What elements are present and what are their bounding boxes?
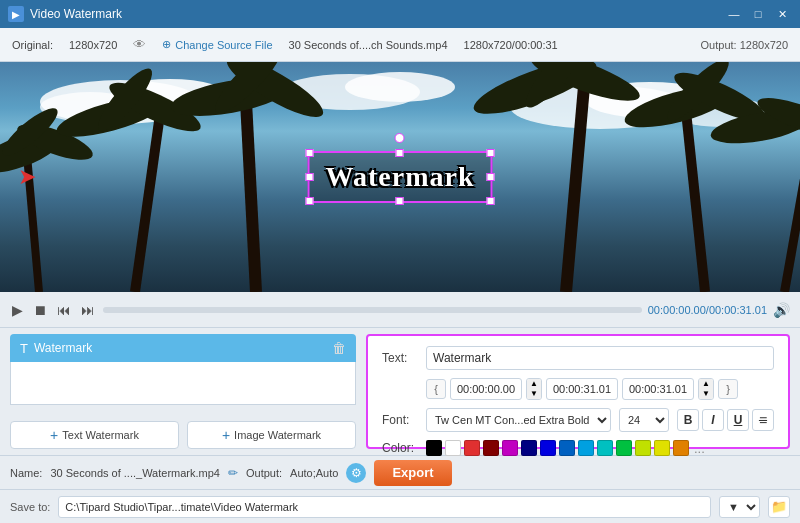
resize-handle-bl[interactable] [306, 197, 314, 205]
svg-point-22 [526, 62, 645, 110]
save-bar: Save to: ▼ 📁 [0, 489, 800, 523]
watermark-add-buttons: + Text Watermark + Image Watermark [10, 421, 356, 449]
watermark-list-title: Watermark [34, 341, 92, 355]
edit-name-icon[interactable]: ✏ [228, 466, 238, 480]
watermark-list-panel: T Watermark 🗑 + Text Watermark + Image W… [10, 334, 356, 449]
format-buttons: B I U ≡ [677, 409, 774, 431]
svg-point-2 [40, 92, 140, 122]
plus-icon2: + [222, 427, 230, 443]
bold-button[interactable]: B [677, 409, 699, 431]
prev-frame-button[interactable]: ⏮ [55, 300, 73, 320]
timeline-bar: ▶ ⏹ ⏮ ⏭ 00:00:00.00/00:00:31.01 🔊 [0, 292, 800, 328]
maximize-button[interactable]: □ [748, 6, 768, 22]
resize-handle-tc[interactable] [396, 149, 404, 157]
time-end-icon[interactable]: } [718, 379, 738, 399]
add-image-watermark-button[interactable]: + Image Watermark [187, 421, 356, 449]
settings-button[interactable]: ⚙ [346, 463, 366, 483]
svg-rect-12 [130, 113, 165, 292]
output-label: Output: [246, 467, 282, 479]
color-swatch-dark-red[interactable] [483, 440, 499, 456]
color-swatch-teal[interactable] [597, 440, 613, 456]
timeline-track[interactable] [103, 307, 642, 313]
time-start-input[interactable] [450, 378, 522, 400]
name-label: Name: [10, 467, 42, 479]
color-swatch-yellow-green[interactable] [635, 440, 651, 456]
svg-point-14 [104, 74, 206, 140]
eye-icon[interactable]: 👁 [133, 37, 146, 52]
italic-button[interactable]: I [702, 409, 724, 431]
svg-point-26 [669, 64, 771, 130]
svg-point-30 [754, 90, 800, 143]
watermark-element[interactable]: Watermark [308, 151, 493, 203]
text-row: Text: [382, 346, 774, 370]
output-info: Output: 1280x720 [701, 39, 788, 51]
color-swatch-white[interactable] [445, 440, 461, 456]
text-input[interactable] [426, 346, 774, 370]
save-path-input[interactable] [58, 496, 711, 518]
color-swatch-purple[interactable] [502, 440, 518, 456]
save-dropdown[interactable]: ▼ [719, 496, 760, 518]
time-start-down[interactable]: ▼ [527, 389, 541, 399]
title-bar-title: Video Watermark [30, 7, 718, 21]
left-arrow: ➤ [18, 164, 36, 190]
color-swatch-red[interactable] [464, 440, 480, 456]
volume-icon[interactable]: 🔊 [773, 302, 790, 318]
watermark-text: Watermark [326, 161, 475, 192]
svg-point-5 [510, 85, 690, 129]
delete-watermark-button[interactable]: 🗑 [332, 340, 346, 356]
text-icon: T [20, 341, 28, 356]
font-size-select[interactable]: 24 [619, 408, 669, 432]
more-colors-button[interactable]: ... [694, 441, 705, 456]
color-swatch-medium-blue[interactable] [559, 440, 575, 456]
footer-bar: Name: 30 Seconds of ...._Watermark.mp4 ✏… [0, 455, 800, 489]
svg-point-1 [110, 79, 230, 115]
original-label: Original: [12, 39, 53, 51]
font-label: Font: [382, 413, 418, 427]
output-value: Auto;Auto [290, 467, 338, 479]
change-source-button[interactable]: ⊕ Change Source File [162, 38, 272, 51]
resize-handle-tr[interactable] [486, 149, 494, 157]
color-swatch-green[interactable] [616, 440, 632, 456]
resize-handle-br[interactable] [486, 197, 494, 205]
edit-panel: Text: { ▲ ▼ ▲ ▼ } [366, 334, 790, 449]
svg-point-10 [13, 117, 96, 167]
time-start-up[interactable]: ▲ [527, 379, 541, 389]
color-swatch-navy[interactable] [521, 440, 537, 456]
color-swatch-black[interactable] [426, 440, 442, 456]
font-row: Font: Tw Cen MT Con...ed Extra Bold 24 B… [382, 408, 774, 432]
strikethrough-button[interactable]: ≡ [752, 409, 774, 431]
svg-point-17 [168, 71, 292, 123]
next-frame-button[interactable]: ⏭ [79, 300, 97, 320]
svg-point-3 [280, 74, 420, 110]
color-swatch-orange[interactable] [673, 440, 689, 456]
resize-handle-bc[interactable] [396, 197, 404, 205]
time-end-down[interactable]: ▼ [699, 389, 713, 399]
color-swatch-yellow[interactable] [654, 440, 670, 456]
time-end-spinner[interactable]: ▲ ▼ [698, 378, 714, 400]
time-start-icon[interactable]: { [426, 379, 446, 399]
watermark-list-body [10, 362, 356, 405]
svg-point-13 [53, 89, 166, 145]
add-text-watermark-button[interactable]: + Text Watermark [10, 421, 179, 449]
resize-handle-mr[interactable] [486, 173, 494, 181]
resize-handle-tl[interactable] [306, 149, 314, 157]
color-swatch-sky-blue[interactable] [578, 440, 594, 456]
minimize-button[interactable]: — [724, 6, 744, 22]
play-button[interactable]: ▶ [10, 300, 25, 320]
font-select[interactable]: Tw Cen MT Con...ed Extra Bold [426, 408, 611, 432]
time-end-input[interactable] [546, 378, 618, 400]
time-group: { ▲ ▼ ▲ ▼ } [426, 378, 774, 400]
time-duration-input[interactable] [622, 378, 694, 400]
svg-rect-24 [680, 103, 710, 292]
rotate-handle[interactable] [395, 133, 405, 143]
text-watermark-label: Text Watermark [62, 429, 139, 441]
time-end-up[interactable]: ▲ [699, 379, 713, 389]
color-swatch-blue[interactable] [540, 440, 556, 456]
resize-handle-ml[interactable] [306, 173, 314, 181]
export-button[interactable]: Export [374, 460, 451, 486]
browse-folder-button[interactable]: 📁 [768, 496, 790, 518]
close-button[interactable]: ✕ [772, 6, 792, 22]
underline-button[interactable]: U [727, 409, 749, 431]
time-start-spinner[interactable]: ▲ ▼ [526, 378, 542, 400]
stop-button[interactable]: ⏹ [31, 300, 49, 320]
